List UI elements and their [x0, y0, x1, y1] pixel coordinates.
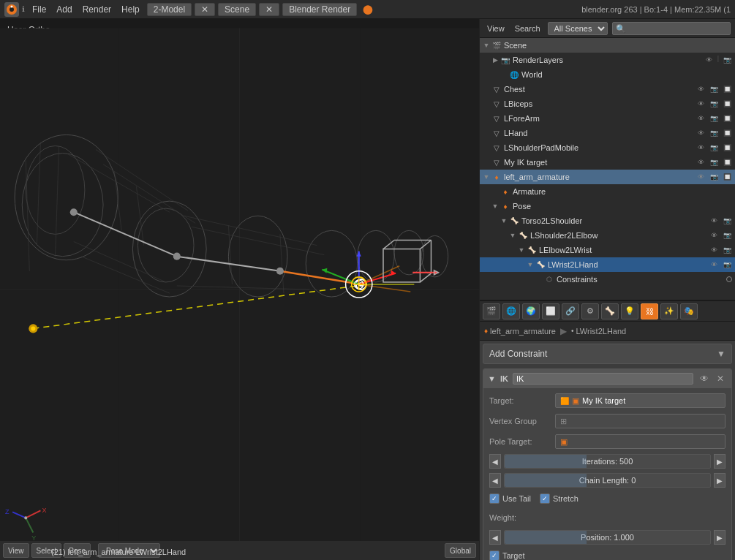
chain-length-dec[interactable]: ◀: [489, 473, 501, 488]
outliner-row-constraints[interactable]: ▶ ⬡ Constraints: [480, 272, 735, 287]
help-menu[interactable]: Help: [117, 3, 144, 16]
target-item[interactable]: Target: [489, 550, 525, 560]
render-menu[interactable]: Render: [78, 3, 116, 16]
stretch-checkbox[interactable]: [540, 493, 550, 504]
leftarmature-render[interactable]: 🔲: [722, 172, 732, 182]
outliner-row-lbiceps[interactable]: ▶ ▽ LBiceps 👁 📷 🔲: [480, 97, 735, 111]
add-constraint-button[interactable]: Add Constraint ▼: [483, 344, 732, 364]
vertex-group-value[interactable]: ⊞: [555, 414, 725, 428]
pose-collapse[interactable]: ▼: [491, 203, 499, 210]
constraint-collapse-arrow[interactable]: ▼: [488, 374, 496, 383]
add-menu[interactable]: Add: [52, 3, 76, 16]
view-button[interactable]: View: [3, 543, 29, 558]
lforearm-render[interactable]: 🔲: [722, 113, 732, 124]
prop-tab-bone-constraints[interactable]: ⛓: [641, 303, 658, 319]
outliner-row-leftarmature[interactable]: ▼ ♦ left_arm_armature 👁 📷 🔲: [480, 170, 735, 184]
use-tail-item[interactable]: Use Tail: [489, 493, 531, 504]
lbiceps-render[interactable]: 🔲: [722, 99, 732, 109]
renderlayers-eye[interactable]: 👁: [704, 55, 715, 65]
renderlayers-collapse[interactable]: ▶: [491, 56, 499, 64]
scene-btn[interactable]: Scene: [218, 3, 256, 16]
outliner-row-myiktarget[interactable]: ▶ ▽ My IK target 👁 📷 🔲: [480, 155, 735, 170]
outliner-row-lhand[interactable]: ▶ ▽ LHand 👁 📷 🔲: [480, 126, 735, 140]
lelbow-collapse[interactable]: ▼: [518, 246, 525, 254]
chest-eye[interactable]: 👁: [696, 84, 706, 94]
outliner-row-lshoulder2lelbow[interactable]: ▼ 🦴 LShoulder2LElbow 👁 📷: [480, 228, 735, 243]
lshoulderpad-eye[interactable]: 👁: [696, 143, 706, 153]
prop-tab-physics[interactable]: 🎭: [680, 303, 698, 319]
lwrist-cam[interactable]: 📷: [722, 260, 732, 270]
constraint-close-btn[interactable]: ✕: [714, 372, 727, 385]
lshoulder-collapse[interactable]: ▼: [509, 232, 516, 239]
outliner-row-armature[interactable]: ▶ ♦ Armature: [480, 184, 735, 199]
outliner-row-lwrist2lhand[interactable]: ▼ 🦴 LWrist2LHand 👁 📷: [480, 257, 735, 272]
outliner-row-world[interactable]: ▶ 🌐 World: [480, 67, 735, 82]
leftarmature-collapse[interactable]: ▼: [483, 173, 490, 181]
outliner-row-chest[interactable]: ▶ ▽ Chest 👁 📷 🔲: [480, 82, 735, 97]
outliner-row-lshoulderpadmobile[interactable]: ▶ ▽ LShoulderPadMobile 👁 📷 🔲: [480, 140, 735, 155]
lhand-eye[interactable]: 👁: [696, 128, 706, 138]
lelbow-cam[interactable]: 📷: [722, 245, 732, 255]
close-editor-btn[interactable]: ✕: [195, 3, 215, 16]
lforearm-eye[interactable]: 👁: [696, 113, 706, 124]
use-tail-checkbox[interactable]: [489, 493, 500, 504]
leftarmature-cam[interactable]: 📷: [709, 172, 719, 182]
position-slider[interactable]: Position: 1.000: [504, 530, 711, 545]
lelbow-eye[interactable]: 👁: [709, 245, 719, 255]
outliner-row-lforearm[interactable]: ▶ ▽ LForeArm 👁 📷 🔲: [480, 111, 735, 126]
lshoulder-eye[interactable]: 👁: [709, 230, 719, 241]
global-btn[interactable]: Global: [445, 543, 476, 558]
prop-tab-world[interactable]: 🌍: [522, 303, 540, 319]
lforearm-cam[interactable]: 📷: [709, 113, 719, 124]
prop-tab-particles[interactable]: ✨: [660, 303, 678, 319]
iterations-slider[interactable]: Iterations: 500: [504, 454, 711, 469]
iterations-inc[interactable]: ▶: [714, 454, 725, 469]
scene-close-btn[interactable]: ✕: [259, 3, 279, 16]
outliner[interactable]: ▼ 🎬 Scene ▶ 📷 RenderLayers 👁 | 📷 ▶ 🌐 Wo: [480, 38, 735, 301]
outliner-row-lelbow2lwrist[interactable]: ▼ 🦴 LElbow2LWrist 👁 📷: [480, 243, 735, 257]
scene-collapse[interactable]: ▼: [483, 42, 490, 49]
constraint-name-input[interactable]: [513, 373, 693, 385]
outliner-search[interactable]: [612, 22, 731, 35]
constraint-eye-btn[interactable]: 👁: [698, 372, 711, 385]
chest-render[interactable]: 🔲: [722, 84, 732, 94]
target-value[interactable]: ▣ My IK target: [555, 393, 725, 408]
myiktarget-eye[interactable]: 👁: [696, 157, 706, 167]
lbiceps-cam[interactable]: 📷: [709, 99, 719, 109]
myiktarget-cam[interactable]: 📷: [709, 157, 719, 167]
file-menu[interactable]: File: [28, 3, 50, 16]
prop-tab-scene[interactable]: 🌐: [502, 303, 520, 319]
lshoulderpad-cam[interactable]: 📷: [709, 143, 719, 153]
prop-tab-render[interactable]: 🎬: [483, 303, 500, 319]
lwrist-eye[interactable]: 👁: [709, 260, 719, 270]
search-outliner-btn[interactable]: Search: [512, 23, 543, 34]
position-dec[interactable]: ◀: [489, 530, 501, 545]
pole-target-value[interactable]: ▣: [555, 434, 725, 449]
outliner-row-torso2lshoulder[interactable]: ▼ 🦴 Torso2LShoulder 👁 📷: [480, 213, 735, 228]
lbiceps-eye[interactable]: 👁: [696, 99, 706, 109]
torso-collapse[interactable]: ▼: [500, 217, 508, 224]
outliner-row-pose[interactable]: ▼ ♦ Pose: [480, 199, 735, 213]
chain-length-inc[interactable]: ▶: [714, 473, 725, 488]
prop-tab-material[interactable]: 💡: [621, 303, 638, 319]
outliner-scene-row[interactable]: ▼ 🎬 Scene: [480, 38, 735, 53]
lwrist-collapse[interactable]: ▼: [527, 261, 534, 268]
renderlayers-cam[interactable]: 📷: [722, 55, 732, 65]
render-engine-btn[interactable]: Blender Render: [282, 3, 357, 16]
all-scenes-select[interactable]: All Scenes: [548, 22, 608, 35]
lshoulder-cam[interactable]: 📷: [722, 230, 732, 241]
prop-tab-object[interactable]: ⬜: [542, 303, 559, 319]
stretch-item[interactable]: Stretch: [540, 493, 578, 504]
prop-tab-data[interactable]: 🦴: [601, 303, 619, 319]
position-inc[interactable]: ▶: [714, 530, 725, 545]
lshoulderpad-render[interactable]: 🔲: [722, 143, 732, 153]
leftarmature-eye[interactable]: 👁: [696, 172, 706, 182]
prop-tab-constraints[interactable]: 🔗: [562, 303, 579, 319]
editor-type-2model[interactable]: 2-Model: [147, 3, 192, 16]
chest-cam[interactable]: 📷: [709, 84, 719, 94]
lhand-render[interactable]: 🔲: [722, 128, 732, 138]
torso-cam[interactable]: 📷: [722, 216, 732, 226]
target-checkbox[interactable]: [489, 550, 500, 560]
prop-tab-modifiers[interactable]: ⚙: [581, 303, 599, 319]
viewport[interactable]: User Ortho: [0, 19, 479, 560]
